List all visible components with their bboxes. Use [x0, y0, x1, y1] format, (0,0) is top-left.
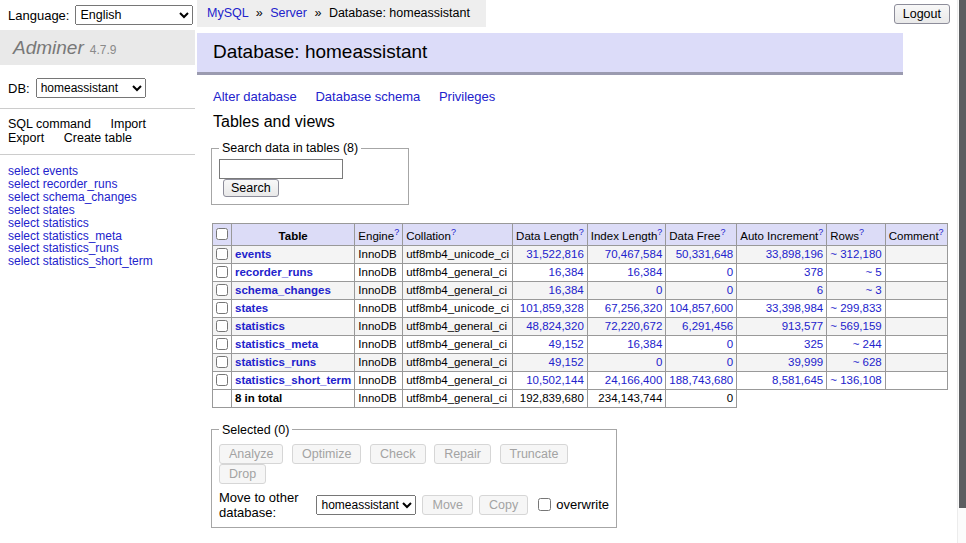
truncate-button[interactable]: Truncate	[500, 444, 569, 464]
sidebar-link-export[interactable]: Export	[8, 131, 44, 145]
sidebar-select-statistics-runs[interactable]: select statistics_runs	[8, 241, 119, 255]
select-all-checkbox[interactable]	[216, 228, 228, 240]
language-select[interactable]: English	[75, 5, 193, 25]
index-length-link[interactable]: 24,166,400	[605, 374, 663, 386]
drop-button[interactable]: Drop	[219, 464, 266, 484]
index-length-link[interactable]: 70,467,584	[605, 248, 663, 260]
help-link[interactable]: ?	[579, 227, 584, 237]
rows-count-link[interactable]: ~ 569,159	[830, 320, 881, 332]
breadcrumb-mysql-link[interactable]: MySQL	[207, 6, 248, 20]
sidebar-link-create-table[interactable]: Create table	[64, 131, 132, 145]
search-input[interactable]	[219, 159, 343, 179]
help-link[interactable]: ?	[451, 227, 456, 237]
sidebar-select-statistics-short-term[interactable]: select statistics_short_term	[8, 254, 153, 268]
row-checkbox[interactable]	[216, 338, 228, 350]
index-length-link[interactable]: 16,384	[627, 338, 662, 350]
analyze-button[interactable]: Analyze	[219, 444, 283, 464]
db-select[interactable]: homeassistant	[36, 78, 146, 98]
sidebar-select-statistics-meta[interactable]: select statistics_meta	[8, 229, 122, 243]
table-name-link[interactable]: statistics_runs	[235, 356, 316, 368]
data-free-link[interactable]: 104,857,600	[669, 302, 733, 314]
table-name-link[interactable]: statistics_short_term	[235, 374, 351, 386]
index-length-link[interactable]: 0	[656, 356, 662, 368]
data-length-link[interactable]: 48,824,320	[526, 320, 584, 332]
rows-count-link[interactable]: ~ 244	[853, 338, 882, 350]
data-free-link[interactable]: 6,291,456	[682, 320, 733, 332]
sidebar-select-statistics[interactable]: select statistics	[8, 216, 89, 230]
data-free-link[interactable]: 50,331,648	[676, 248, 734, 260]
sidebar-select-schema-changes[interactable]: select schema_changes	[8, 190, 137, 204]
row-checkbox[interactable]	[216, 320, 228, 332]
logout-button[interactable]: Logout	[894, 4, 950, 24]
data-free-link[interactable]: 0	[727, 266, 733, 278]
table-name-link[interactable]: statistics	[235, 320, 285, 332]
index-length-link[interactable]: 72,220,672	[605, 320, 663, 332]
auto-increment-link[interactable]: 325	[804, 338, 823, 350]
data-length-link[interactable]: 16,384	[549, 284, 584, 296]
index-length-link[interactable]: 67,256,320	[605, 302, 663, 314]
data-free-link[interactable]: 0	[727, 338, 733, 350]
rows-count-link[interactable]: ~ 3	[865, 284, 881, 296]
help-link[interactable]: ?	[720, 227, 725, 237]
data-length-link[interactable]: 49,152	[549, 338, 584, 350]
database-schema-link[interactable]: Database schema	[315, 89, 420, 104]
row-checkbox[interactable]	[216, 374, 228, 386]
data-free-link[interactable]: 0	[727, 356, 733, 368]
index-length-link[interactable]: 16,384	[627, 266, 662, 278]
index-length-link[interactable]: 0	[656, 284, 662, 296]
help-link[interactable]: ?	[657, 227, 662, 237]
overwrite-checkbox[interactable]	[538, 498, 551, 511]
scrollbar-thumb[interactable]	[959, 0, 966, 508]
auto-increment-link[interactable]: 913,577	[782, 320, 824, 332]
data-free-link[interactable]: 0	[727, 284, 733, 296]
copy-button[interactable]: Copy	[479, 495, 528, 515]
comment-cell	[885, 281, 947, 299]
privileges-link[interactable]: Privileges	[439, 89, 495, 104]
row-checkbox[interactable]	[216, 248, 228, 260]
breadcrumb-server-link[interactable]: Server	[270, 6, 307, 20]
optimize-button[interactable]: Optimize	[292, 444, 361, 464]
data-length-link[interactable]: 16,384	[549, 266, 584, 278]
table-name-link[interactable]: schema_changes	[235, 284, 331, 296]
rows-count-link[interactable]: ~ 5	[865, 266, 881, 278]
auto-increment-link[interactable]: 39,999	[788, 356, 823, 368]
sidebar-link-sql-command[interactable]: SQL command	[8, 117, 91, 131]
table-name-link[interactable]: recorder_runs	[235, 266, 313, 278]
help-link[interactable]: ?	[859, 227, 864, 237]
table-name-link[interactable]: states	[235, 302, 268, 314]
row-checkbox[interactable]	[216, 356, 228, 368]
sidebar-link-import[interactable]: Import	[111, 117, 146, 131]
data-free-link[interactable]: 188,743,680	[669, 374, 733, 386]
table-name-link[interactable]: statistics_meta	[235, 338, 318, 350]
data-length-link[interactable]: 49,152	[549, 356, 584, 368]
move-button[interactable]: Move	[422, 495, 473, 515]
rows-count-link[interactable]: ~ 136,108	[830, 374, 881, 386]
collation-cell: utf8mb4_general_ci	[403, 353, 513, 371]
table-name-link[interactable]: events	[235, 248, 271, 260]
move-database-select[interactable]: homeassistant	[316, 495, 416, 515]
help-link[interactable]: ?	[818, 227, 823, 237]
search-button[interactable]: Search	[223, 179, 279, 197]
row-checkbox[interactable]	[216, 266, 228, 278]
rows-count-link[interactable]: ~ 312,180	[830, 248, 881, 260]
alter-database-link[interactable]: Alter database	[213, 89, 297, 104]
rows-count-link[interactable]: ~ 628	[853, 356, 882, 368]
rows-count-link[interactable]: ~ 299,833	[830, 302, 881, 314]
sidebar-select-events[interactable]: select events	[8, 164, 78, 178]
row-checkbox[interactable]	[216, 302, 228, 314]
data-length-link[interactable]: 10,502,144	[526, 374, 584, 386]
auto-increment-link[interactable]: 33,398,984	[766, 302, 824, 314]
check-button[interactable]: Check	[370, 444, 425, 464]
help-link[interactable]: ?	[939, 227, 944, 237]
data-length-link[interactable]: 101,859,328	[520, 302, 584, 314]
sidebar-select-recorder-runs[interactable]: select recorder_runs	[8, 177, 117, 191]
auto-increment-link[interactable]: 33,898,196	[766, 248, 824, 260]
sidebar-select-states[interactable]: select states	[8, 203, 75, 217]
row-checkbox[interactable]	[216, 284, 228, 296]
auto-increment-link[interactable]: 378	[804, 266, 823, 278]
help-link[interactable]: ?	[394, 227, 399, 237]
repair-button[interactable]: Repair	[434, 444, 491, 464]
auto-increment-link[interactable]: 8,581,645	[772, 374, 823, 386]
data-length-link[interactable]: 31,522,816	[526, 248, 584, 260]
auto-increment-link[interactable]: 6	[817, 284, 823, 296]
